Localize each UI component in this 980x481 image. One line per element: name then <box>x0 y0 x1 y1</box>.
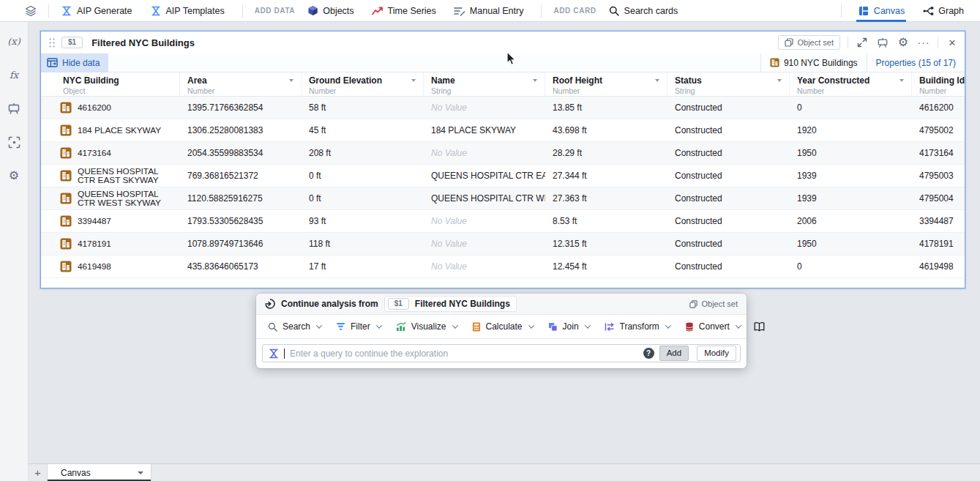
table-row[interactable]: 33944871793.5330562843593 ftNo Value8.53… <box>41 210 965 233</box>
object-cell[interactable]: 4173164 <box>41 142 180 164</box>
object-cell[interactable]: 3394487 <box>41 210 180 232</box>
objects-label: Objects <box>323 6 354 16</box>
filter-button[interactable]: Filter <box>329 315 389 339</box>
building-icon <box>770 58 779 67</box>
column-header-area[interactable]: AreaNumber <box>180 72 302 96</box>
column-header-nyc-building[interactable]: NYC BuildingObject <box>41 72 180 96</box>
table-cell: 3394487 <box>912 210 965 232</box>
join-icon <box>548 322 558 332</box>
column-header-ground-elevation[interactable]: Ground ElevationNumber <box>302 72 424 96</box>
column-menu-caret-icon[interactable] <box>777 79 782 82</box>
variables-icon[interactable]: (x) <box>7 34 21 48</box>
transform-button[interactable]: Transform <box>597 315 678 339</box>
column-menu-caret-icon[interactable] <box>289 79 293 82</box>
object-set-chip[interactable]: Object set <box>778 35 840 50</box>
properties-link[interactable]: Properties (15 of 17) <box>867 53 965 72</box>
object-cell[interactable]: 184 PLACE SKYWAY <box>41 119 180 141</box>
tab-canvas-bottom[interactable]: Canvas <box>48 464 152 481</box>
add-button[interactable]: Add <box>659 346 689 361</box>
table-row[interactable]: 41731642054.35599883534208 ftNo Value28.… <box>41 142 965 165</box>
column-menu-caret-icon[interactable] <box>899 79 904 82</box>
documentation-button[interactable] <box>748 315 771 339</box>
object-cell[interactable]: QUEENS HOSPITAL CTR WEST SKYWAY <box>41 187 180 209</box>
table-row[interactable]: QUEENS HOSPITAL CTR WEST SKYWAY1120.5882… <box>41 187 965 210</box>
presentation-icon[interactable] <box>7 101 21 116</box>
building-icon <box>60 261 72 272</box>
object-table-card[interactable]: $1 Filtered NYC Buildings Object set ⚙ ·… <box>40 31 965 288</box>
tab-canvas[interactable]: Canvas <box>858 0 905 22</box>
chevron-down-icon <box>736 322 741 328</box>
time-series-button[interactable]: Time Series <box>372 0 436 22</box>
settings-gear-icon[interactable]: ⚙ <box>7 168 21 183</box>
table-cell: QUEENS HOSPITAL CTR WEST SKYWAY <box>424 187 545 209</box>
expand-icon[interactable] <box>856 36 869 49</box>
modify-button[interactable]: Modify <box>697 346 736 361</box>
source-title: Filtered NYC Buildings <box>415 299 510 309</box>
tab-graph[interactable]: Graph <box>922 0 964 22</box>
column-menu-caret-icon[interactable] <box>411 79 416 82</box>
column-header-year-constructed[interactable]: Year ConstructedNumber <box>790 72 912 96</box>
aip-generate-button[interactable]: AIP Generate <box>61 0 132 22</box>
column-header-roof-height[interactable]: Roof HeightNumber <box>545 72 667 96</box>
visualize-button[interactable]: Visualize <box>389 315 465 339</box>
table-cell: 1939 <box>790 165 912 187</box>
source-object-set-chip[interactable]: $1 Filtered NYC Buildings <box>384 296 517 312</box>
add-data-group-label: ADD DATA <box>255 7 296 15</box>
column-menu-caret-icon[interactable] <box>533 79 537 82</box>
column-header-name[interactable]: NameString <box>424 72 545 96</box>
hide-data-button[interactable]: Hide data <box>41 53 108 72</box>
more-options-icon[interactable]: ··· <box>917 36 930 49</box>
column-header-building-identifier[interactable]: Building IdentifierNumber <box>912 72 965 96</box>
table-cell: No Value <box>424 256 545 277</box>
object-title: 4616200 <box>78 103 111 113</box>
table-cell: 1939 <box>790 187 912 209</box>
line-chart-icon <box>372 5 384 17</box>
manual-entry-label: Manual Entry <box>470 6 524 16</box>
objects-button[interactable]: Objects <box>307 0 354 22</box>
column-type: Number <box>553 86 659 95</box>
close-icon[interactable]: ✕ <box>946 36 959 49</box>
table-cell: 58 ft <box>302 97 424 119</box>
database-icon <box>685 322 694 332</box>
search-cards-button[interactable]: Search cards <box>608 0 678 22</box>
table-cell: 4795003 <box>912 165 965 187</box>
object-cell[interactable]: QUEENS HOSPITAL CTR EAST SKYWAY <box>41 165 180 187</box>
function-icon[interactable]: fx <box>7 67 21 82</box>
search-button[interactable]: Search <box>261 315 329 339</box>
object-cell[interactable]: 4178191 <box>41 233 180 255</box>
focus-target-icon[interactable] <box>7 135 21 149</box>
column-header-status[interactable]: StatusString <box>667 72 790 96</box>
query-input[interactable]: Enter a query to continue the exploratio… <box>262 344 741 362</box>
table-row[interactable]: 4619498435.8364606517317 ftNo Value12.45… <box>41 256 965 278</box>
table-cell: 184 PLACE SKYWAY <box>424 119 545 141</box>
left-sidebar: (x) fx ⚙ <box>0 22 29 481</box>
variable-badge[interactable]: $1 <box>61 37 83 48</box>
object-cell[interactable]: 4616200 <box>41 97 180 119</box>
help-icon[interactable]: ? <box>643 348 654 359</box>
table-header-row: NYC BuildingObjectAreaNumberGround Eleva… <box>41 72 965 97</box>
drag-handle-icon[interactable] <box>48 37 56 48</box>
calculate-button[interactable]: Calculate <box>465 315 541 339</box>
join-button[interactable]: Join <box>541 315 597 339</box>
object-cell[interactable]: 4619498 <box>41 256 180 277</box>
column-menu-caret-icon[interactable] <box>655 79 659 82</box>
presentation-icon[interactable] <box>876 36 889 49</box>
add-tab-button[interactable]: + <box>29 464 48 481</box>
table-row[interactable]: 41781911078.89749713646118 ftNo Value12.… <box>41 233 965 256</box>
table-row[interactable]: 184 PLACE SKYWAY1306.2528008138345 ft184… <box>41 119 965 142</box>
column-title: Name <box>431 75 455 86</box>
add-card-group-label: ADD CARD <box>553 7 596 15</box>
card-settings-gear-icon[interactable]: ⚙ <box>897 36 910 49</box>
table-cell: Constructed <box>667 165 790 187</box>
aip-templates-button[interactable]: AIP Templates <box>150 0 225 22</box>
object-count[interactable]: 910 NYC Buildings <box>760 53 867 72</box>
table-row[interactable]: 46162001395.7176636285458 ftNo Value13.8… <box>41 97 965 119</box>
object-table: NYC BuildingObjectAreaNumberGround Eleva… <box>41 72 965 278</box>
layers-icon[interactable] <box>25 5 37 17</box>
convert-button[interactable]: Convert <box>678 315 748 339</box>
manual-entry-button[interactable]: Manual Entry <box>454 0 524 22</box>
building-icon <box>60 170 72 182</box>
calculator-icon <box>472 322 481 332</box>
table-cell: 13.85 ft <box>545 97 667 119</box>
table-row[interactable]: QUEENS HOSPITAL CTR EAST SKYWAY769.36816… <box>41 165 965 187</box>
